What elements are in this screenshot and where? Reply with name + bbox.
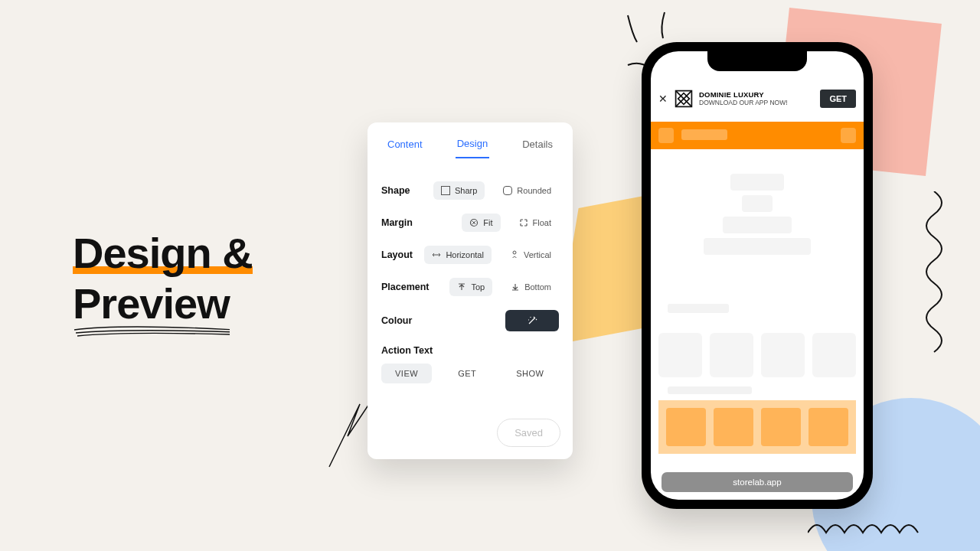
banner-subtitle: DOWNLOAD OUR APP NOW! (699, 99, 820, 106)
tab-content[interactable]: Content (386, 135, 424, 158)
placement-bottom-label: Bottom (524, 282, 551, 292)
headline-scribble (73, 325, 230, 341)
card-placeholder (761, 333, 805, 377)
tab-details[interactable]: Details (521, 135, 554, 158)
headline-line1: Design & (73, 229, 253, 277)
vertical-icon (510, 250, 519, 259)
margin-fit-label: Fit (483, 218, 492, 227)
action-text-options: VIEW GET SHOW (381, 364, 559, 383)
shape-option-rounded[interactable]: Rounded (495, 181, 559, 200)
layout-option-vertical[interactable]: Vertical (502, 246, 559, 264)
fit-icon (469, 218, 479, 227)
decor-squiggle-right (911, 191, 957, 367)
layout-vertical-label: Vertical (524, 250, 551, 259)
headline: Design & Preview (73, 230, 253, 327)
rounded-icon (503, 186, 512, 195)
horizontal-icon (432, 250, 441, 259)
orange-row (658, 400, 856, 454)
row-layout: Layout Horizontal Vertical (381, 246, 559, 264)
shape-rounded-label: Rounded (517, 186, 551, 195)
site-navbar (651, 122, 864, 149)
saved-button[interactable]: Saved (497, 419, 560, 447)
phone-mockup: ✕ DOMINIE LUXURY DOWNLOAD OUR APP NOW! G… (642, 42, 873, 509)
layout-option-horizontal[interactable]: Horizontal (424, 246, 492, 264)
label-margin: Margin (381, 217, 413, 228)
phone-notch (707, 51, 807, 71)
arrow-up-icon (457, 282, 466, 292)
nav-title-placeholder (681, 129, 727, 140)
close-icon[interactable]: ✕ (658, 93, 668, 105)
action-show[interactable]: SHOW (502, 364, 557, 383)
card-placeholder (658, 333, 702, 377)
shape-sharp-label: Sharp (455, 186, 477, 195)
section-title-placeholder (668, 304, 729, 313)
long-placeholder (668, 386, 752, 394)
nav-right-icon (841, 128, 856, 143)
label-action-text: Action Text (381, 345, 559, 356)
row-colour: Colour (381, 310, 559, 331)
phone-screen: ✕ DOMINIE LUXURY DOWNLOAD OUR APP NOW! G… (651, 51, 864, 500)
placement-top-label: Top (471, 282, 485, 292)
wand-icon (527, 315, 537, 326)
smart-app-banner: ✕ DOMINIE LUXURY DOWNLOAD OUR APP NOW! G… (658, 83, 856, 114)
orange-card (808, 408, 848, 446)
browser-url-bar[interactable]: storelab.app (662, 472, 853, 492)
margin-float-label: Float (533, 218, 551, 227)
arrow-down-icon (511, 282, 520, 292)
card-row (658, 333, 856, 377)
row-shape: Shape Sharp Rounded (381, 181, 559, 200)
row-margin: Margin Fit Float (381, 214, 559, 232)
brand-logo-icon (674, 89, 694, 109)
margin-option-fit[interactable]: Fit (462, 214, 500, 232)
label-layout: Layout (381, 249, 413, 260)
card-placeholder (710, 333, 753, 377)
banner-title: DOMINIE LUXURY (699, 91, 820, 99)
colour-picker-button[interactable] (505, 310, 559, 331)
card-placeholder (812, 333, 856, 377)
action-get[interactable]: GET (444, 364, 490, 383)
label-shape: Shape (381, 185, 410, 196)
banner-cta-button[interactable]: GET (820, 90, 856, 108)
orange-card (761, 408, 801, 446)
shape-option-sharp[interactable]: Sharp (433, 181, 485, 200)
hero-text-placeholder (704, 174, 811, 255)
float-icon (519, 218, 528, 227)
orange-card (666, 408, 706, 446)
tab-design[interactable]: Design (456, 135, 489, 158)
placement-option-bottom[interactable]: Bottom (503, 278, 559, 296)
label-placement: Placement (381, 282, 430, 292)
nav-left-icon (658, 128, 674, 143)
orange-card (714, 408, 753, 446)
decor-squiggle-bottom (808, 514, 938, 545)
layout-horizontal-label: Horizontal (446, 250, 484, 259)
margin-option-float[interactable]: Float (511, 214, 559, 232)
square-icon (441, 186, 450, 195)
svg-point-1 (513, 251, 516, 254)
action-view[interactable]: VIEW (381, 364, 432, 383)
banner-text: DOMINIE LUXURY DOWNLOAD OUR APP NOW! (699, 91, 820, 106)
label-colour: Colour (381, 315, 412, 326)
row-placement: Placement Top Bottom (381, 278, 559, 296)
design-panel: Content Design Details Shape Sharp Round… (368, 122, 573, 459)
placement-option-top[interactable]: Top (449, 278, 492, 296)
tabs: Content Design Details (381, 135, 559, 168)
headline-line2: Preview (73, 279, 230, 328)
